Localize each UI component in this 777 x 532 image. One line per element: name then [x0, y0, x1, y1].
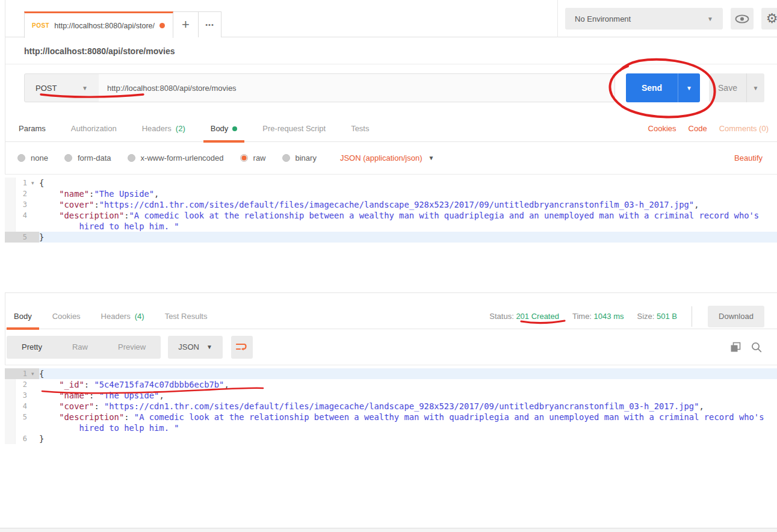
- tab-url-label: http://localhost:8080/api/store/: [54, 22, 155, 30]
- new-tab-button[interactable]: +: [173, 11, 199, 37]
- copy-icon[interactable]: [730, 342, 741, 353]
- code-link[interactable]: Code: [689, 124, 707, 133]
- code-line: 3 "cover":"https://cdn1.thr.com/sites/de…: [5, 199, 777, 210]
- save-button-label: Save: [718, 83, 737, 93]
- size-label: Size:: [637, 312, 654, 321]
- tab-tests[interactable]: Tests: [348, 116, 371, 142]
- tab-menu-button[interactable]: •••: [199, 11, 221, 37]
- radio-icon: [17, 154, 25, 162]
- request-tabs: Params Authorization Headers (2) Body Pr…: [5, 116, 777, 142]
- chevron-down-icon: ▼: [707, 16, 713, 22]
- radio-icon: [64, 154, 72, 162]
- tab-label: Headers: [101, 312, 131, 321]
- tab-label: Cookies: [52, 312, 81, 321]
- send-options-button[interactable]: ▼: [678, 73, 700, 102]
- view-raw[interactable]: Raw: [57, 342, 103, 351]
- body-mode-binary[interactable]: binary: [282, 153, 317, 162]
- url-input-value: http://localhost:8080/api/store/movies: [107, 84, 237, 93]
- postman-window: No Environment ▼ ⚙ POST http://localhost…: [0, 0, 777, 532]
- response-toolbar: Pretty Raw Preview JSON ▼: [5, 329, 777, 365]
- search-icon[interactable]: [751, 342, 762, 353]
- tab-label: Pre-request Script: [262, 124, 326, 133]
- status-bar: [0, 528, 777, 532]
- tab-label: Authorization: [71, 124, 117, 133]
- send-button-label: Send: [642, 83, 662, 93]
- response-tab-body[interactable]: Body: [11, 304, 34, 329]
- tab-count: (2): [176, 124, 185, 133]
- code-line: 1▾{: [5, 368, 777, 379]
- format-value: JSON: [178, 342, 199, 351]
- request-body-editor[interactable]: 1▾{2 "name":"The Upside",3 "cover":"http…: [5, 174, 777, 293]
- request-bar: POST ▼ http://localhost:8080/api/store/m…: [5, 64, 777, 116]
- chevron-down-icon: ▼: [82, 85, 88, 91]
- code-line: 5 "description": "A comedic look at the …: [5, 412, 777, 422]
- settings-button[interactable]: ⚙: [761, 8, 777, 29]
- body-mode-raw[interactable]: raw: [240, 153, 266, 162]
- body-mode-none[interactable]: none: [17, 153, 48, 162]
- tab-label: Headers: [142, 124, 172, 133]
- content-type-select[interactable]: JSON (application/json) ▼: [340, 153, 434, 162]
- request-title-row: http://localhost:8080/api/store/movies: [5, 38, 777, 64]
- response-tab-test-results[interactable]: Test Results: [163, 304, 210, 329]
- time-value: 1043 ms: [594, 312, 624, 321]
- download-button[interactable]: Download: [708, 306, 764, 327]
- tab-params[interactable]: Params: [16, 116, 48, 142]
- tab-label: Params: [19, 124, 46, 133]
- radio-icon: [282, 154, 290, 162]
- radio-icon: [128, 154, 135, 162]
- time-label: Time:: [572, 312, 592, 321]
- radio-label: binary: [296, 153, 317, 162]
- tab-body[interactable]: Body: [208, 116, 240, 142]
- wrap-line-icon: [236, 342, 247, 351]
- chevron-down-icon: ▼: [753, 85, 759, 91]
- ellipsis-icon: •••: [205, 21, 214, 28]
- view-preview[interactable]: Preview: [103, 342, 161, 351]
- body-mode-x-www-form-urlencoded[interactable]: x-www-form-urlencoded: [128, 153, 224, 162]
- content-type-value: JSON (application/json): [340, 153, 423, 162]
- environment-preview-button[interactable]: [731, 8, 754, 29]
- header-divider: [557, 0, 558, 37]
- code-line: 3 "name": "The Upside",: [5, 390, 777, 401]
- tab-method-badge: POST: [32, 22, 49, 29]
- response-format-select[interactable]: JSON ▼: [168, 336, 223, 359]
- request-tab[interactable]: POST http://localhost:8080/api/store/: [24, 11, 173, 38]
- view-pretty[interactable]: Pretty: [7, 342, 57, 351]
- environment-select[interactable]: No Environment ▼: [565, 8, 723, 29]
- response-actions: [730, 342, 777, 353]
- eye-icon: [735, 14, 749, 23]
- size-value: 501 B: [657, 312, 677, 321]
- body-mode-form-data[interactable]: form-data: [64, 153, 111, 162]
- response-tab-headers[interactable]: Headers (4): [99, 304, 147, 329]
- body-mode-row: none form-data x-www-form-urlencoded raw…: [5, 142, 777, 173]
- response-meta: Status: 201 Created Time: 1043 ms Size: …: [489, 306, 777, 327]
- cookies-link[interactable]: Cookies: [648, 124, 676, 133]
- tab-headers[interactable]: Headers (2): [140, 116, 188, 142]
- divider: [692, 306, 692, 327]
- tab-label: Body: [14, 312, 32, 321]
- code-line: hired to help him. ": [5, 221, 777, 232]
- save-button-group: Save ▼: [709, 73, 764, 102]
- save-options-button[interactable]: ▼: [746, 73, 764, 102]
- send-button[interactable]: Send: [626, 73, 678, 102]
- code-line: 6}: [5, 433, 777, 444]
- code-line: 2 "_id": "5c4e715fa74c07dbbb6ecb7b",: [5, 379, 777, 390]
- save-button[interactable]: Save: [709, 73, 746, 102]
- url-input[interactable]: http://localhost:8080/api/store/movies: [99, 73, 615, 102]
- chevron-down-icon: ▼: [428, 155, 434, 161]
- status-label: Status:: [489, 312, 513, 321]
- response-tab-cookies[interactable]: Cookies: [50, 304, 83, 329]
- status-badge: 201 Created: [516, 312, 559, 321]
- plus-icon: +: [182, 17, 190, 32]
- method-select[interactable]: POST ▼: [24, 73, 99, 102]
- beautify-link[interactable]: Beautify: [734, 153, 777, 162]
- tab-authorization[interactable]: Authorization: [69, 116, 119, 142]
- method-select-value: POST: [36, 84, 57, 93]
- comments-link[interactable]: Comments (0): [719, 124, 769, 133]
- tab-pre-request-script[interactable]: Pre-request Script: [260, 116, 328, 142]
- page-title: http://localhost:8080/api/store/movies: [24, 46, 175, 56]
- radio-label: x-www-form-urlencoded: [141, 153, 224, 162]
- radio-label: form-data: [78, 153, 111, 162]
- code-line: 5}: [5, 232, 777, 243]
- response-body-viewer[interactable]: 1▾{2 "_id": "5c4e715fa74c07dbbb6ecb7b",3…: [5, 365, 777, 528]
- wrap-lines-button[interactable]: [231, 336, 253, 359]
